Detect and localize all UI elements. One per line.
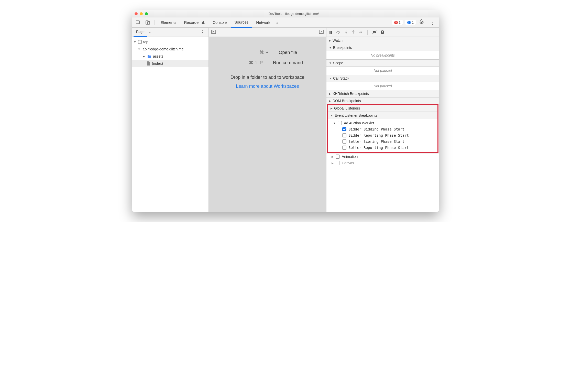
pause-icon[interactable] <box>329 30 333 34</box>
cloud-icon <box>142 47 147 51</box>
run-command-hint: ⌘ ⇧ P Run command <box>232 60 303 66</box>
tree-file-index[interactable]: (index) <box>132 60 208 67</box>
navigator-menu-icon[interactable]: ⋮ <box>198 29 207 35</box>
flask-icon <box>201 21 205 24</box>
global-listeners-section[interactable]: ▶Global Listeners <box>328 105 437 112</box>
svg-rect-15 <box>382 31 383 32</box>
page-tab[interactable]: Page <box>134 28 147 37</box>
svg-rect-0 <box>136 21 139 23</box>
svg-rect-16 <box>382 33 383 33</box>
step-into-icon[interactable] <box>344 30 348 34</box>
elb-category-animation[interactable]: ▶ Animation <box>326 153 439 160</box>
deactivate-breakpoints-icon[interactable] <box>372 30 377 34</box>
file-icon <box>147 61 150 66</box>
elb-item-bidder-bidding[interactable]: Bidder Bidding Phase Start <box>328 126 437 132</box>
checkbox-mixed-icon[interactable] <box>338 121 342 125</box>
editor-tabstrip <box>209 28 326 37</box>
svg-rect-17 <box>339 123 341 123</box>
watch-section[interactable]: ▶Watch <box>326 37 439 44</box>
checkbox-icon[interactable] <box>342 146 346 150</box>
tree-top[interactable]: ▼ top <box>132 38 208 46</box>
step-over-icon[interactable] <box>336 30 341 34</box>
event-listener-breakpoints-highlight: ▶Global Listeners ▼Event Listener Breakp… <box>327 104 438 153</box>
scope-section[interactable]: ▼Scope <box>326 59 439 67</box>
svg-point-12 <box>359 32 360 32</box>
elb-tree: ▼ Ad Auction Worklet Bidder Bidding Phas… <box>328 119 437 152</box>
window-title: DevTools - fledge-demo.glitch.me/ <box>151 12 436 16</box>
callstack-section[interactable]: ▼Call Stack <box>326 75 439 82</box>
editor-placeholder: ⌘ P Open file ⌘ ⇧ P Run command Drop in … <box>209 37 326 212</box>
checkbox-icon[interactable] <box>342 139 346 144</box>
navigator-tabs: Page » ⋮ <box>132 28 208 37</box>
tab-recorder[interactable]: Recorder <box>181 17 209 28</box>
svg-rect-7 <box>330 31 331 34</box>
pause-on-exceptions-icon[interactable] <box>380 30 385 34</box>
open-file-hint: ⌘ P Open file <box>238 50 297 55</box>
toggle-debugger-icon[interactable] <box>318 29 325 36</box>
traffic-lights <box>135 12 148 15</box>
elb-item-bidder-reporting[interactable]: Bidder Reporting Phase Start <box>328 132 437 138</box>
tab-network[interactable]: Network <box>252 17 274 28</box>
event-listener-breakpoints-section[interactable]: ▼Event Listener Breakpoints <box>328 112 437 119</box>
xhr-breakpoints-section[interactable]: ▶XHR/fetch Breakpoints <box>326 90 439 97</box>
tab-console[interactable]: Console <box>209 17 230 28</box>
main-toolbar: Elements Recorder Console Sources Networ… <box>132 17 439 28</box>
step-out-icon[interactable] <box>352 30 355 34</box>
svg-point-11 <box>353 33 354 34</box>
more-navigator-tabs-icon[interactable]: » <box>147 30 152 34</box>
svg-point-9 <box>338 33 339 34</box>
callstack-empty: Not paused <box>326 82 439 90</box>
frame-icon <box>138 40 142 44</box>
issues-badge[interactable]: ❙❙1 <box>405 20 416 25</box>
checkbox-icon[interactable] <box>336 161 340 165</box>
svg-point-10 <box>346 33 347 34</box>
tab-elements[interactable]: Elements <box>157 17 180 28</box>
debugger-toolbar <box>326 28 439 37</box>
titlebar: DevTools - fledge-demo.glitch.me/ <box>132 10 439 17</box>
close-window-button[interactable] <box>135 12 138 15</box>
elb-category-ad-auction-worklet[interactable]: ▼ Ad Auction Worklet <box>328 120 437 126</box>
step-icon[interactable] <box>359 30 363 34</box>
main-area: Page » ⋮ ▼ top ▼ fledge-demo.glitch.me ▶ <box>132 28 439 212</box>
elb-item-seller-scoring[interactable]: Seller Scoring Phase Start <box>328 138 437 145</box>
more-tabs-icon[interactable]: » <box>274 19 280 26</box>
maximize-window-button[interactable] <box>145 12 148 15</box>
toggle-navigator-icon[interactable] <box>210 29 217 36</box>
elb-item-seller-reporting[interactable]: Seller Reporting Phase Start <box>328 145 437 151</box>
svg-rect-8 <box>331 31 332 34</box>
debugger-pane: ▶Watch ▼Breakpoints No breakpoints ▼Scop… <box>326 28 439 212</box>
dom-breakpoints-section[interactable]: ▶DOM Breakpoints <box>326 97 439 104</box>
tree-origin[interactable]: ▼ fledge-demo.glitch.me <box>132 46 208 53</box>
devtools-window: DevTools - fledge-demo.glitch.me/ Elemen… <box>132 10 439 212</box>
drop-folder-hint: Drop in a folder to add to workspace <box>230 75 304 80</box>
tree-folder-assets[interactable]: ▶ assets <box>132 53 208 60</box>
inspect-element-icon[interactable] <box>134 18 143 27</box>
folder-icon <box>147 55 151 58</box>
checkbox-checked-icon[interactable] <box>342 127 346 131</box>
breakpoints-empty: No breakpoints <box>326 51 439 59</box>
errors-badge[interactable]: ✕1 <box>392 20 403 25</box>
breakpoints-section[interactable]: ▼Breakpoints <box>326 44 439 51</box>
checkbox-icon[interactable] <box>342 133 346 137</box>
workspaces-link[interactable]: Learn more about Workspaces <box>236 84 299 89</box>
settings-icon[interactable] <box>416 19 427 26</box>
minimize-window-button[interactable] <box>140 12 143 15</box>
elb-category-canvas[interactable]: ▶ Canvas <box>326 160 439 166</box>
scope-empty: Not paused <box>326 67 439 75</box>
checkbox-icon[interactable] <box>336 155 340 159</box>
kebab-menu-icon[interactable]: ⋮ <box>427 19 437 26</box>
device-toolbar-icon[interactable] <box>143 18 152 27</box>
svg-rect-2 <box>148 21 150 24</box>
editor-pane: ⌘ P Open file ⌘ ⇧ P Run command Drop in … <box>209 28 326 212</box>
file-tree: ▼ top ▼ fledge-demo.glitch.me ▶ assets (… <box>132 37 208 69</box>
navigator-pane: Page » ⋮ ▼ top ▼ fledge-demo.glitch.me ▶ <box>132 28 209 212</box>
tab-sources[interactable]: Sources <box>231 17 252 28</box>
